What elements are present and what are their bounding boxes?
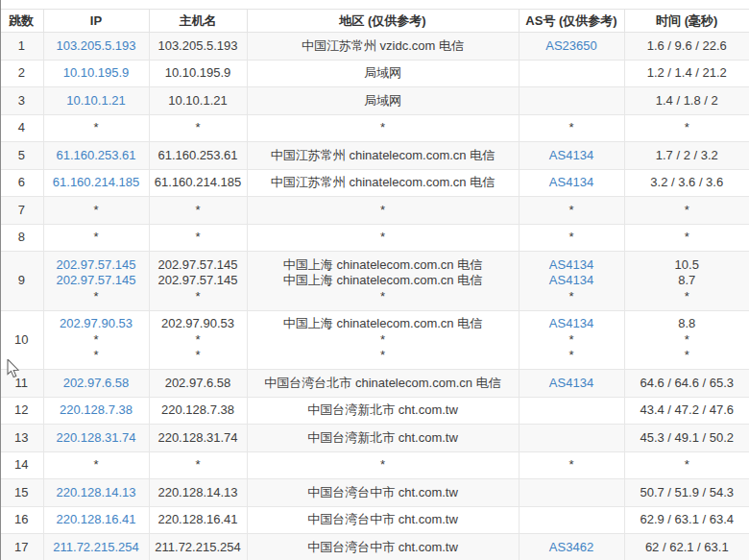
- cell-time: 3.2 / 3.6 / 3.6: [624, 169, 749, 197]
- table-row: 11202.97.6.58202.97.6.58中国台湾台北市 chinatel…: [0, 370, 749, 398]
- table-header: 跳数 IP 主机名 地区 (仅供参考) AS号 (仅供参考) 时间 (毫秒): [0, 10, 749, 33]
- cell-host: 220.128.7.38: [149, 397, 247, 425]
- cell-hop: 15: [0, 479, 43, 507]
- table-row: 4*****: [0, 114, 749, 142]
- ip-link[interactable]: 211.72.215.254: [53, 540, 138, 554]
- cell-time-text: *: [685, 230, 689, 244]
- col-header-asn: AS号 (仅供参考): [519, 10, 624, 33]
- cell-host-text: 202.97.57.145: [157, 273, 237, 287]
- ip-link[interactable]: 202.97.90.53: [60, 316, 133, 330]
- cell-asn: [519, 479, 624, 507]
- cell-asn: AS4134: [519, 370, 624, 398]
- cell-ip-text: *: [93, 457, 98, 472]
- ip-link[interactable]: 61.160.214.185: [53, 175, 139, 189]
- ip-link[interactable]: 220.128.31.74: [56, 430, 135, 445]
- cell-region-text: 中国江苏常州 vzidc.com 电信: [302, 38, 464, 53]
- cell-time-text: 10.5: [675, 257, 699, 272]
- ip-link[interactable]: 103.205.5.193: [56, 38, 135, 53]
- cell-time: 1.4 / 1.8 / 2: [624, 87, 749, 115]
- cell-ip: 202.97.57.145202.97.57.145*: [43, 252, 149, 311]
- col-header-ip: IP: [43, 10, 149, 33]
- asn-link[interactable]: AS4134: [549, 316, 593, 330]
- cell-host: 220.128.31.74: [149, 425, 247, 452]
- cell-ip: *: [43, 197, 149, 225]
- asn-link[interactable]: AS4134: [549, 257, 593, 272]
- ip-link[interactable]: 202.97.57.145: [56, 273, 135, 287]
- cell-ip: *: [43, 451, 149, 479]
- cell-ip-text: *: [93, 348, 98, 362]
- cell-hop-text: 13: [14, 430, 28, 445]
- col-header-host: 主机名: [149, 10, 247, 33]
- cell-host-text: 202.97.6.58: [165, 376, 231, 390]
- cell-ip: 103.205.5.193: [43, 33, 149, 61]
- asn-link[interactable]: AS23650: [545, 38, 597, 53]
- cell-time: 10.58.7*: [624, 252, 749, 311]
- cell-host-text: 220.128.31.74: [157, 430, 237, 445]
- cell-asn: AS4134AS4134*: [519, 252, 624, 311]
- cell-host: 202.97.90.53**: [149, 310, 247, 370]
- ip-link[interactable]: 202.97.57.145: [56, 257, 135, 272]
- cell-time-text: 62.9 / 63.1 / 63.4: [640, 512, 734, 526]
- ip-link[interactable]: 220.128.7.38: [60, 402, 133, 417]
- cell-time-text: *: [685, 289, 689, 304]
- cell-ip-text: *: [93, 120, 98, 134]
- ip-link[interactable]: 220.128.14.13: [56, 485, 135, 499]
- cell-hop: 2: [0, 60, 43, 87]
- asn-link[interactable]: AS4134: [549, 148, 593, 162]
- table-row: 14*****: [0, 451, 749, 479]
- asn-link[interactable]: AS3462: [549, 540, 593, 554]
- ip-link[interactable]: 10.10.1.21: [66, 93, 125, 108]
- cell-asn: AS4134**: [519, 310, 624, 370]
- cell-region-text: 中国台湾新北市 cht.com.tw: [307, 430, 458, 445]
- cell-asn: [519, 60, 624, 87]
- table-row: 210.10.195.910.10.195.9局域网1.2 / 1.4 / 21…: [0, 60, 749, 87]
- ip-link[interactable]: 202.97.6.58: [63, 376, 130, 390]
- asn-link[interactable]: AS4134: [549, 273, 593, 287]
- cell-time-text: 8.7: [678, 273, 695, 287]
- cell-region: 中国江苏常州 chinatelecom.com.cn 电信: [247, 169, 519, 197]
- cell-hop-text: 4: [18, 120, 25, 134]
- cell-time-text: 62 / 62.1 / 63.1: [645, 540, 729, 554]
- cell-time-text: 64.6 / 64.6 / 65.3: [640, 376, 734, 390]
- asn-link[interactable]: AS4134: [549, 175, 593, 189]
- cell-ip: 211.72.215.254: [43, 534, 149, 560]
- table-row: 8*****: [0, 224, 749, 252]
- ip-link[interactable]: 61.160.253.61: [56, 148, 135, 162]
- ip-link[interactable]: 220.128.16.41: [56, 512, 135, 526]
- cell-region-text: 中国上海 chinatelecom.com.cn 电信: [283, 257, 482, 272]
- cell-host-text: 61.160.253.61: [157, 148, 237, 162]
- cell-region: 局域网: [247, 60, 519, 87]
- cell-asn: [519, 87, 624, 115]
- cell-ip: *: [43, 114, 149, 142]
- cell-region-text: 中国江苏常州 chinatelecom.com.cn 电信: [271, 175, 495, 189]
- cell-region: 中国上海 chinatelecom.com.cn 电信中国上海 chinatel…: [247, 252, 519, 311]
- cell-host: 211.72.215.254: [149, 534, 247, 560]
- cell-host-text: 10.10.1.21: [168, 93, 227, 108]
- cell-asn: AS23650: [519, 33, 624, 61]
- cell-host: *: [149, 197, 247, 225]
- cell-asn: *: [519, 224, 624, 252]
- cell-hop: 16: [0, 506, 43, 534]
- ip-link[interactable]: 10.10.195.9: [63, 65, 130, 80]
- table-row: 15220.128.14.13220.128.14.13中国台湾台中市 cht.…: [0, 479, 749, 507]
- cell-time: *: [624, 197, 749, 225]
- cell-ip: 61.160.214.185: [43, 169, 149, 197]
- cell-ip: *: [43, 224, 149, 252]
- cell-hop: 7: [0, 197, 43, 225]
- cell-ip: 202.97.90.53**: [43, 310, 149, 370]
- cell-region: 中国台湾台北市 chinatelecom.com.cn 电信: [247, 370, 519, 398]
- cell-time-text: 8.8: [678, 316, 695, 330]
- cell-time: 1.7 / 2 / 3.2: [624, 142, 749, 170]
- col-header-time: 时间 (毫秒): [624, 10, 749, 33]
- cell-asn-text: *: [568, 230, 573, 244]
- cell-hop-text: 1: [18, 38, 25, 53]
- cell-region-text: *: [380, 120, 385, 134]
- cell-host: 10.10.1.21: [149, 87, 247, 115]
- cell-hop-text: 3: [18, 93, 25, 108]
- asn-link[interactable]: AS4134: [549, 376, 593, 390]
- cell-hop-text: 6: [18, 175, 25, 189]
- cell-region: *: [247, 197, 519, 225]
- cell-time: 1.2 / 1.4 / 21.2: [624, 60, 749, 87]
- cell-host: *: [149, 451, 247, 479]
- cell-hop: 10: [0, 310, 43, 370]
